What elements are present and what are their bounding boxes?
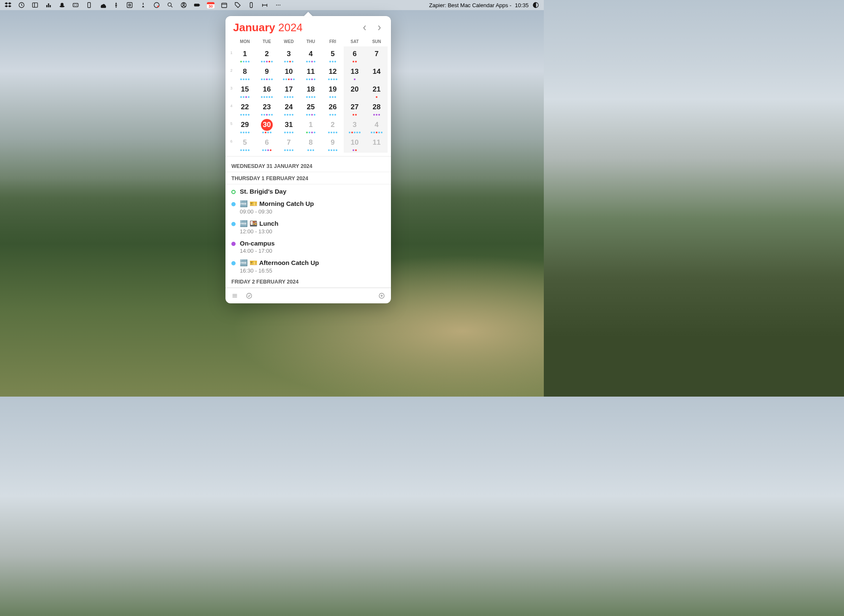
day-cell[interactable]: 26 — [322, 100, 344, 117]
day-dots — [344, 78, 366, 81]
event-dot — [336, 132, 337, 133]
event-dot — [271, 78, 273, 80]
day-cell[interactable]: 10 — [344, 135, 366, 153]
day-cell[interactable]: 21 — [366, 82, 388, 100]
day-cell[interactable]: 17 — [278, 82, 300, 100]
cloud-icon[interactable] — [99, 1, 106, 9]
captions-icon[interactable] — [72, 1, 79, 9]
event-dot — [289, 96, 291, 98]
more-icon[interactable] — [274, 1, 282, 9]
phone-icon[interactable] — [247, 1, 255, 9]
moon-icon[interactable] — [532, 1, 540, 9]
event-dot — [378, 132, 380, 133]
day-cell[interactable]: 8 — [234, 64, 256, 82]
day-cell[interactable]: 6 — [344, 46, 366, 64]
event-dot — [240, 114, 242, 116]
event-dot — [292, 132, 293, 133]
day-cell[interactable]: 5 — [234, 135, 256, 153]
day-cell[interactable]: 29 — [234, 117, 256, 135]
day-cell[interactable]: 11 — [300, 64, 322, 82]
day-number: 5 — [327, 48, 339, 60]
event-dot — [261, 96, 263, 98]
day-cell[interactable]: 2 — [322, 117, 344, 135]
day-cell[interactable]: 31 — [278, 117, 300, 135]
menubar-status-text[interactable]: Zapier: Best Mac Calendar Apps - — [429, 2, 511, 8]
menubar-time[interactable]: 10:35 — [515, 2, 529, 8]
day-cell[interactable]: 14 — [366, 64, 388, 82]
day-cell[interactable]: 15 — [234, 82, 256, 100]
crane-icon[interactable] — [45, 1, 52, 9]
day-cell[interactable]: 3 — [278, 46, 300, 64]
event-dot — [314, 61, 315, 62]
day-cell[interactable]: 27 — [344, 100, 366, 117]
agenda-event[interactable]: 🆓 🎫 Afternoon Catch Up 16:30 - 16:55 — [225, 256, 391, 276]
day-cell[interactable]: 12 — [322, 64, 344, 82]
sync-alert-icon[interactable] — [153, 1, 160, 9]
rocket-icon[interactable] — [112, 1, 120, 9]
week-number: 2 — [229, 64, 234, 73]
add-event-button[interactable] — [377, 291, 387, 301]
day-cell[interactable]: 4 — [366, 117, 388, 135]
day-cell[interactable]: 9 — [256, 64, 278, 82]
agenda-event[interactable]: 🆓 🍱 Lunch 12:00 - 13:00 — [225, 216, 391, 236]
device-icon[interactable] — [85, 1, 93, 9]
event-dot — [333, 78, 335, 80]
tag-icon[interactable] — [234, 1, 242, 9]
sidebar-icon[interactable] — [31, 1, 39, 9]
day-cell[interactable]: 22 — [234, 100, 256, 117]
timer-icon[interactable] — [18, 1, 25, 9]
svg-point-26 — [247, 293, 252, 298]
day-cell[interactable]: 8 — [300, 135, 322, 153]
day-cell[interactable]: 13 — [344, 64, 366, 82]
day-cell[interactable]: 7 — [278, 135, 300, 153]
day-cell[interactable]: 9 — [322, 135, 344, 153]
day-cell[interactable]: 30 — [256, 117, 278, 135]
tasks-button[interactable] — [244, 291, 254, 301]
command-icon[interactable] — [126, 1, 133, 9]
event-dot — [332, 114, 334, 116]
agenda-event[interactable]: 🆓 🎫 Morning Catch Up 09:00 - 09:30 — [225, 197, 391, 216]
battery-icon[interactable] — [193, 1, 201, 9]
day-cell[interactable]: 6 — [256, 135, 278, 153]
day-cell[interactable]: 7 — [366, 46, 388, 64]
agenda-event[interactable]: On-campus 14:00 - 17:00 — [225, 236, 391, 256]
prev-month-button[interactable] — [361, 24, 369, 32]
day-cell[interactable]: 4 — [300, 46, 322, 64]
calendar-menubar-icon[interactable]: 30 — [207, 2, 214, 8]
event-dot — [356, 132, 358, 133]
calendar2-icon[interactable] — [220, 1, 228, 9]
event-dot — [381, 132, 383, 133]
launch-icon[interactable] — [139, 1, 147, 9]
day-cell[interactable]: 16 — [256, 82, 278, 100]
day-cell[interactable]: 11 — [366, 135, 388, 153]
agenda-list[interactable]: WEDNESDAY 31 JANUARY 2024THURSDAY 1 FEBR… — [225, 157, 391, 288]
event-time: 14:00 - 17:00 — [240, 248, 385, 254]
day-cell[interactable]: 25 — [300, 100, 322, 117]
day-cell[interactable]: 20 — [344, 82, 366, 100]
agenda-event[interactable]: St. Brigid's Day — [225, 184, 391, 197]
user-icon[interactable] — [180, 1, 187, 9]
day-cell[interactable]: 1 — [234, 46, 256, 64]
search-icon[interactable] — [166, 1, 174, 9]
menu-button[interactable] — [230, 291, 240, 301]
day-cell[interactable]: 1 — [300, 117, 322, 135]
day-cell[interactable]: 5 — [322, 46, 344, 64]
day-cell[interactable]: 18 — [300, 82, 322, 100]
day-cell[interactable]: 28 — [366, 100, 388, 117]
day-cell[interactable]: 2 — [256, 46, 278, 64]
dropbox-icon[interactable] — [4, 1, 12, 9]
event-dot — [287, 149, 288, 151]
day-cell[interactable]: 10 — [278, 64, 300, 82]
day-cell[interactable]: 19 — [322, 82, 344, 100]
event-dot — [283, 78, 285, 80]
event-dot — [248, 114, 250, 116]
next-month-button[interactable] — [375, 24, 383, 32]
event-dot — [376, 114, 377, 116]
day-cell[interactable]: 24 — [278, 100, 300, 117]
day-cell[interactable]: 23 — [256, 100, 278, 117]
day-number: 22 — [239, 101, 251, 113]
day-cell[interactable]: 3 — [344, 117, 366, 135]
day-number: 9 — [261, 66, 273, 78]
bridge-icon[interactable] — [261, 1, 269, 9]
hat-icon[interactable] — [58, 1, 66, 9]
